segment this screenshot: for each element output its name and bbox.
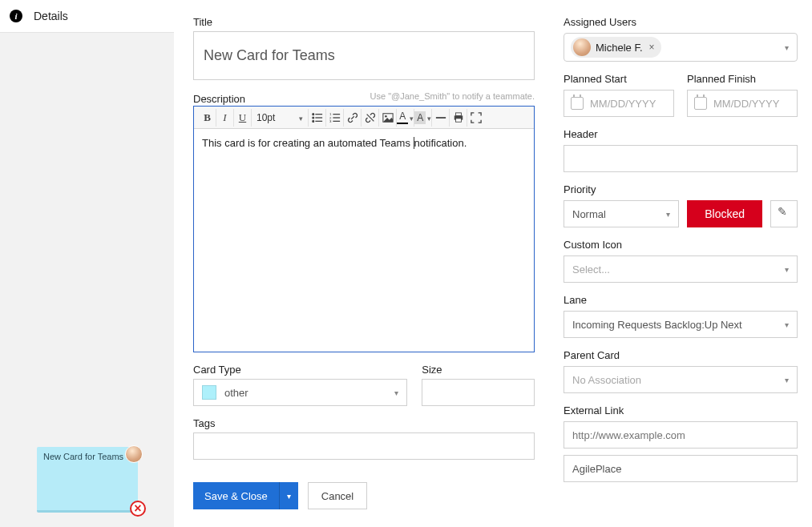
hr-button[interactable] <box>432 109 450 127</box>
svg-point-2 <box>313 117 314 119</box>
description-label: Description <box>193 93 245 105</box>
planned-start-label: Planned Start <box>564 73 674 85</box>
priority-label: Priority <box>564 183 798 195</box>
planned-start-input[interactable]: MM/DD/YYYY <box>564 90 674 117</box>
save-dropdown-button[interactable]: ▾ <box>279 482 298 509</box>
blocked-button[interactable]: Blocked <box>687 200 762 227</box>
svg-text:3: 3 <box>329 119 332 123</box>
card-preview-avatar <box>125 445 143 463</box>
title-input[interactable] <box>193 31 535 80</box>
custom-icon-select[interactable]: Select... ▾ <box>564 255 798 283</box>
left-pane: i Details New Card for Teams <box>0 0 174 527</box>
remove-user-icon[interactable]: × <box>649 42 655 53</box>
bg-color-button[interactable]: A <box>414 109 432 127</box>
card-preview-title: New Card for Teams <box>43 452 123 461</box>
planned-finish-placeholder: MM/DD/YYYY <box>713 98 779 110</box>
title-label: Title <box>193 16 535 28</box>
details-tab[interactable]: i Details <box>0 0 174 33</box>
card-preview[interactable]: New Card for Teams <box>37 447 138 513</box>
svg-point-4 <box>313 120 314 122</box>
cancel-button[interactable]: Cancel <box>308 482 367 509</box>
chevron-down-icon <box>299 112 303 123</box>
parent-card-select[interactable]: No Association ▾ <box>564 366 798 393</box>
edit-blocked-button[interactable] <box>770 200 798 227</box>
planned-finish-label: Planned Finish <box>687 73 798 85</box>
lane-select[interactable]: Incoming Requests Backlog:Up Next ▾ <box>564 311 798 338</box>
save-split-button: Save & Close ▾ <box>193 482 298 509</box>
card-type-value: other <box>224 387 248 399</box>
user-chip: Michele F. × <box>571 37 661 58</box>
font-size-value: 10pt <box>257 112 275 123</box>
description-textarea[interactable]: This card is for creating an automated T… <box>194 129 534 352</box>
right-sidebar: Assigned Users Michele F. × ▾ Planned St… <box>554 0 812 527</box>
image-button[interactable] <box>379 109 397 127</box>
chevron-down-icon: ▾ <box>785 265 789 274</box>
description-hint: Use "@Jane_Smith" to notify a teammate. <box>370 91 535 101</box>
font-size-select[interactable]: 10pt <box>252 109 309 127</box>
info-icon: i <box>10 10 22 22</box>
svg-line-12 <box>366 114 374 121</box>
ordered-list-button[interactable]: 123 <box>326 109 344 127</box>
calendar-icon <box>571 97 584 110</box>
unlink-button[interactable] <box>362 109 379 127</box>
save-button[interactable]: Save & Close <box>193 482 279 509</box>
tags-label: Tags <box>193 417 535 429</box>
calendar-icon <box>694 97 707 110</box>
svg-rect-16 <box>455 112 461 115</box>
header-input[interactable] <box>564 145 798 172</box>
description-text-part2: notification. <box>414 137 467 149</box>
custom-icon-placeholder: Select... <box>572 264 610 276</box>
parent-card-placeholder: No Association <box>572 374 641 386</box>
external-link-url-input[interactable] <box>564 421 798 449</box>
planned-finish-input[interactable]: MM/DD/YYYY <box>687 90 798 117</box>
header-label: Header <box>564 128 798 140</box>
svg-point-14 <box>385 115 387 117</box>
chevron-down-icon <box>410 111 414 123</box>
tags-input[interactable] <box>193 432 535 460</box>
bold-button[interactable]: B <box>199 109 216 127</box>
description-editor: B I U 10pt 123 <box>193 106 535 352</box>
card-type-select[interactable]: other ▾ <box>193 379 407 406</box>
custom-icon-label: Custom Icon <box>564 239 798 251</box>
print-button[interactable] <box>450 109 467 127</box>
link-button[interactable] <box>344 109 362 127</box>
planned-start-placeholder: MM/DD/YYYY <box>590 98 656 110</box>
assigned-users-select[interactable]: Michele F. × ▾ <box>564 33 798 62</box>
details-label: Details <box>34 10 68 22</box>
card-preview-close-icon[interactable] <box>130 501 146 517</box>
chevron-down-icon <box>427 111 431 123</box>
italic-button[interactable]: I <box>216 109 234 127</box>
description-text-part1: This card is for creating an automated T… <box>202 137 414 149</box>
card-type-label: Card Type <box>193 364 407 376</box>
avatar <box>573 38 591 56</box>
rte-toolbar: B I U 10pt 123 <box>194 107 534 129</box>
svg-point-0 <box>313 113 314 115</box>
card-type-swatch <box>202 385 216 400</box>
chevron-down-icon: ▾ <box>785 320 789 329</box>
external-link-name-input[interactable] <box>564 455 798 482</box>
text-color-button[interactable]: A <box>397 109 414 127</box>
size-label: Size <box>422 364 535 376</box>
chevron-down-icon: ▾ <box>394 388 398 397</box>
pencil-icon <box>778 208 790 219</box>
priority-value: Normal <box>572 208 606 220</box>
bullet-list-button[interactable] <box>309 109 326 127</box>
assigned-users-label: Assigned Users <box>564 16 798 28</box>
svg-rect-18 <box>455 118 461 121</box>
chevron-down-icon: ▾ <box>785 376 789 384</box>
chevron-down-icon: ▾ <box>666 210 670 219</box>
lane-value: Incoming Requests Backlog:Up Next <box>572 319 742 331</box>
size-input[interactable] <box>422 379 535 406</box>
external-link-label: External Link <box>564 404 798 416</box>
parent-card-label: Parent Card <box>564 349 798 361</box>
chevron-down-icon: ▾ <box>785 43 789 52</box>
priority-select[interactable]: Normal ▾ <box>564 200 679 227</box>
underline-button[interactable]: U <box>234 109 252 127</box>
fullscreen-button[interactable] <box>467 109 485 127</box>
user-chip-name: Michele F. <box>596 42 643 54</box>
lane-label: Lane <box>564 294 798 306</box>
main-form: Title Description Use "@Jane_Smith" to n… <box>174 0 554 527</box>
